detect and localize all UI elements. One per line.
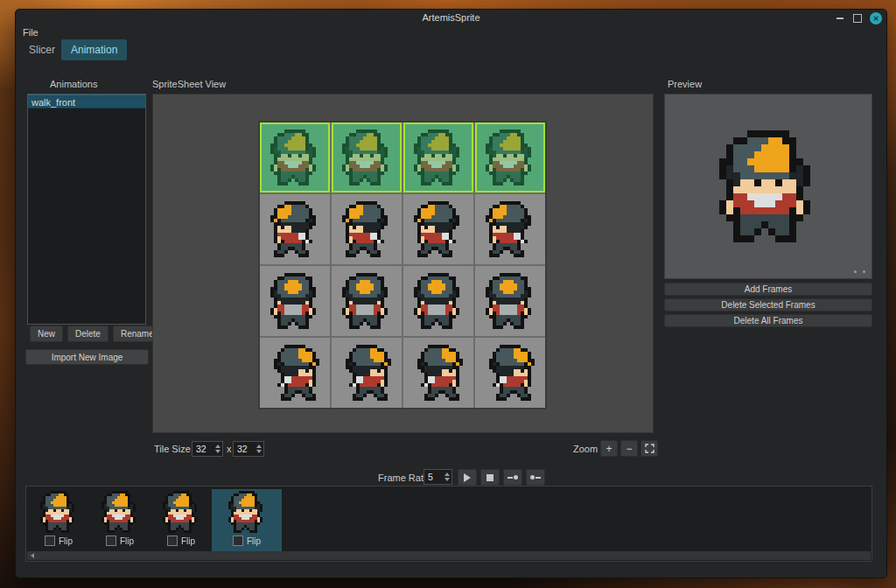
spin-up-icon bbox=[215, 444, 220, 448]
menu-file[interactable]: File bbox=[23, 27, 38, 38]
timeline-panel: FlipFlipFlipFlip bbox=[25, 486, 872, 562]
frame-sprite bbox=[34, 489, 83, 535]
delete-animation-button[interactable]: Delete bbox=[67, 326, 108, 342]
spinner-arrows[interactable] bbox=[442, 472, 452, 481]
tile-width-spinner[interactable]: 32 bbox=[192, 441, 223, 457]
step-forward-button[interactable] bbox=[503, 469, 522, 486]
import-new-image-button[interactable]: Import New Image bbox=[25, 349, 149, 365]
timeline-frame-1[interactable]: Flip bbox=[89, 489, 150, 550]
play-button[interactable] bbox=[458, 469, 477, 486]
animation-buttons: New Delete Rename bbox=[30, 326, 162, 342]
frame-rate-value: 5 bbox=[424, 472, 442, 482]
spritesheet-caption: SpriteSheet View bbox=[152, 79, 226, 89]
step-backward-icon bbox=[530, 475, 541, 480]
sheet-cell-r1-c0[interactable] bbox=[260, 194, 330, 264]
flip-label: Flip bbox=[59, 536, 73, 546]
frame-rate-label: Frame Rate bbox=[378, 472, 429, 483]
timeline-frame-2[interactable]: Flip bbox=[150, 489, 212, 550]
add-frames-button[interactable]: Add Frames bbox=[664, 283, 872, 296]
sheet-sprite bbox=[263, 340, 326, 406]
sheet-cell-r3-c2[interactable] bbox=[403, 338, 473, 408]
zoom-in-button[interactable]: + bbox=[600, 440, 618, 457]
sprite-grid bbox=[260, 122, 545, 408]
sheet-cell-r1-c3[interactable] bbox=[475, 194, 545, 264]
sheet-cell-r2-c2[interactable] bbox=[403, 266, 473, 336]
preview-resize-dots-icon bbox=[854, 270, 865, 273]
frame-sprite bbox=[157, 489, 206, 535]
new-animation-button[interactable]: New bbox=[30, 326, 63, 342]
sheet-sprite bbox=[479, 340, 542, 406]
flip-checkbox[interactable] bbox=[167, 536, 178, 546]
spin-up-icon bbox=[256, 444, 262, 448]
maximize-button[interactable] bbox=[851, 12, 864, 24]
flip-checkbox[interactable] bbox=[45, 536, 55, 546]
close-icon: ✕ bbox=[873, 15, 879, 23]
app-window: ArtemisSprite ✕ File Slicer Animation An… bbox=[15, 9, 887, 578]
zoom-fit-button[interactable] bbox=[640, 440, 658, 457]
spin-up-icon bbox=[444, 472, 450, 476]
sheet-sprite bbox=[407, 268, 470, 334]
preview-sprite bbox=[711, 129, 825, 244]
tile-size-label: Tile Size bbox=[154, 444, 191, 454]
delete-selected-frames-button[interactable]: Delete Selected Frames bbox=[664, 298, 872, 312]
scrollbar-left-arrow-icon bbox=[31, 553, 34, 558]
sheet-sprite bbox=[335, 268, 398, 334]
preview-viewport[interactable] bbox=[664, 94, 872, 279]
minimize-button[interactable] bbox=[834, 12, 846, 24]
zoom-out-button[interactable]: − bbox=[620, 440, 638, 457]
spin-down-icon bbox=[215, 450, 220, 453]
sheet-cell-r0-c2[interactable] bbox=[403, 122, 473, 192]
stop-button[interactable] bbox=[480, 469, 500, 486]
fit-view-icon bbox=[645, 444, 654, 453]
sheet-cell-r1-c1[interactable] bbox=[332, 194, 402, 264]
delete-all-frames-button[interactable]: Delete All Frames bbox=[664, 314, 872, 327]
sheet-sprite bbox=[263, 196, 326, 262]
sheet-sprite bbox=[335, 340, 398, 406]
preview-caption: Preview bbox=[668, 79, 702, 89]
animations-caption: Animations bbox=[50, 79, 97, 89]
tab-animation[interactable]: Animation bbox=[61, 39, 127, 60]
spritesheet-view[interactable] bbox=[152, 94, 654, 433]
sheet-cell-r0-c3[interactable] bbox=[475, 122, 545, 192]
sheet-cell-r0-c0[interactable] bbox=[260, 122, 330, 192]
animations-list[interactable]: walk_front bbox=[27, 94, 146, 325]
sheet-cell-r2-c0[interactable] bbox=[260, 266, 330, 336]
step-forward-icon bbox=[508, 475, 518, 480]
spinner-arrows[interactable] bbox=[254, 444, 263, 453]
tile-width-value: 32 bbox=[192, 444, 213, 454]
frame-sprite bbox=[95, 489, 144, 535]
spinner-arrows[interactable] bbox=[213, 444, 222, 453]
sheet-cell-r3-c1[interactable] bbox=[332, 338, 402, 408]
tile-height-spinner[interactable]: 32 bbox=[233, 441, 264, 457]
flip-label: Flip bbox=[181, 536, 195, 546]
frame-rate-spinner[interactable]: 5 bbox=[424, 469, 452, 485]
sheet-cell-r0-c1[interactable] bbox=[332, 122, 402, 192]
sheet-cell-r3-c3[interactable] bbox=[475, 338, 545, 408]
sheet-sprite bbox=[335, 124, 398, 191]
step-backward-button[interactable] bbox=[526, 469, 545, 486]
timeline-frame-3[interactable]: Flip bbox=[212, 489, 282, 553]
frame-sprite bbox=[222, 489, 271, 535]
titlebar[interactable]: ArtemisSprite ✕ bbox=[16, 10, 886, 27]
sheet-cell-r2-c3[interactable] bbox=[475, 266, 545, 336]
sheet-sprite bbox=[263, 268, 326, 334]
sheet-cell-r1-c2[interactable] bbox=[403, 194, 473, 264]
sheet-sprite bbox=[407, 196, 470, 262]
animation-list-item[interactable]: walk_front bbox=[28, 94, 145, 108]
tab-slicer[interactable]: Slicer bbox=[19, 39, 65, 60]
zoom-label: Zoom bbox=[573, 444, 598, 454]
maximize-icon bbox=[853, 14, 862, 23]
flip-checkbox[interactable] bbox=[233, 536, 243, 546]
sheet-cell-r2-c1[interactable] bbox=[332, 266, 402, 336]
close-button[interactable]: ✕ bbox=[870, 12, 882, 24]
sheet-sprite bbox=[407, 124, 470, 191]
sheet-sprite bbox=[407, 340, 470, 406]
desktop-wallpaper: ArtemisSprite ✕ File Slicer Animation An… bbox=[0, 0, 896, 588]
sheet-sprite bbox=[335, 196, 398, 262]
timeline-frame-0[interactable]: Flip bbox=[28, 489, 89, 550]
menubar: File bbox=[16, 27, 886, 41]
spin-down-icon bbox=[444, 478, 450, 481]
timeline-scrollbar[interactable] bbox=[27, 551, 871, 560]
sheet-cell-r3-c0[interactable] bbox=[260, 338, 330, 408]
flip-checkbox[interactable] bbox=[106, 536, 116, 546]
